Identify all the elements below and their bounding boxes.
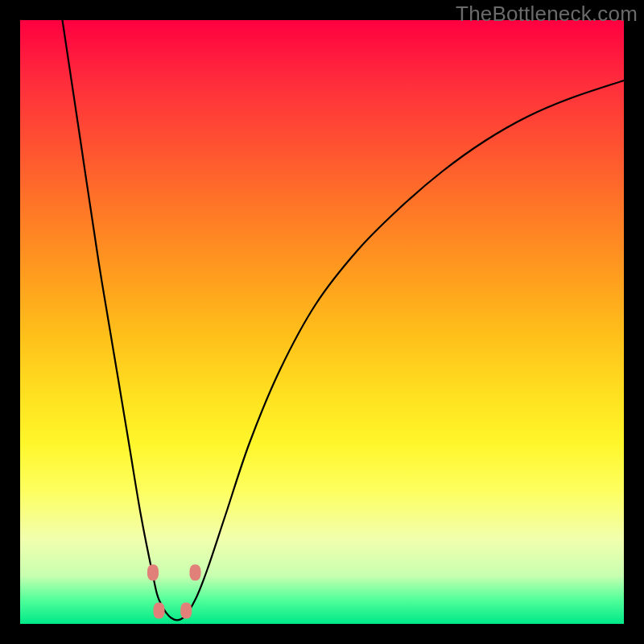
curve-markers xyxy=(147,564,201,618)
curve-marker xyxy=(147,564,159,580)
chart-svg xyxy=(20,20,624,624)
curve-marker xyxy=(180,603,192,619)
watermark-text: TheBottleneck.com xyxy=(456,2,638,27)
curve-marker xyxy=(190,564,201,580)
chart-plot-area xyxy=(20,20,624,624)
bottleneck-curve xyxy=(63,20,625,620)
curve-marker xyxy=(154,603,165,619)
